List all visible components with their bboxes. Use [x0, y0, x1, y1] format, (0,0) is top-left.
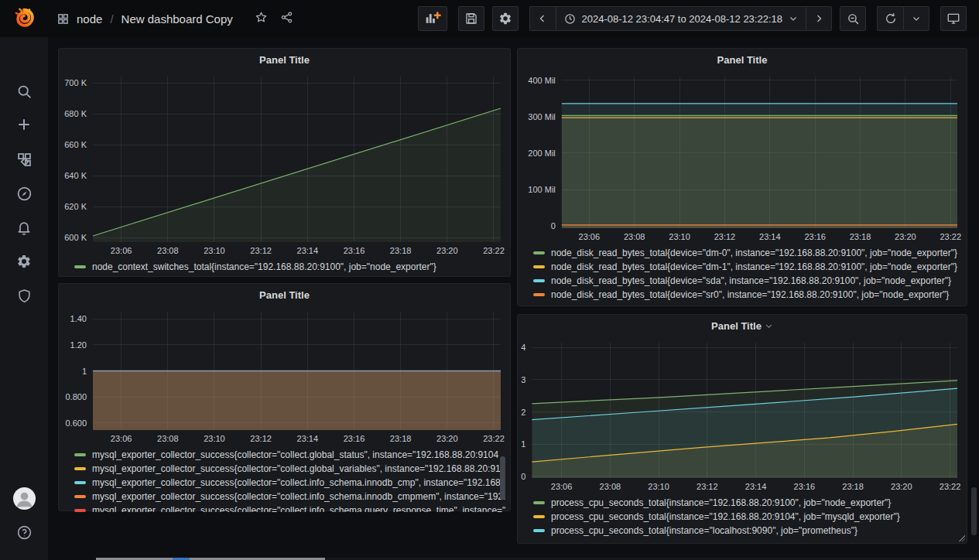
svg-text:23:14: 23:14: [759, 232, 781, 241]
panel: Panel Title 23:0623:0823:1023:1223:1423:…: [517, 48, 967, 306]
chart-legend: node_context_switches_total{instance="19…: [59, 258, 510, 278]
legend-series-label: process_cpu_seconds_total{instance="192.…: [551, 497, 891, 508]
sidebar: [0, 0, 48, 560]
legend-item[interactable]: process_cpu_seconds_total{instance="192.…: [533, 496, 962, 510]
legend-item[interactable]: node_disk_read_bytes_total{device="dm-0"…: [533, 246, 962, 260]
panel-header[interactable]: Panel Title: [59, 49, 510, 70]
legend-series-marker: [533, 279, 545, 282]
panel-resize-handle[interactable]: [959, 535, 965, 541]
svg-text:0: 0: [521, 472, 525, 481]
svg-text:400 Mil: 400 Mil: [528, 76, 555, 85]
svg-text:1: 1: [521, 439, 525, 449]
svg-text:23:16: 23:16: [344, 246, 365, 255]
legend-series-marker: [74, 453, 86, 456]
share-icon[interactable]: [280, 11, 293, 27]
timeseries-chart[interactable]: 23:0623:0823:1023:1223:1423:1623:1823:20…: [518, 70, 967, 244]
svg-text:23:08: 23:08: [157, 246, 179, 255]
breadcrumb-section[interactable]: node: [77, 12, 102, 26]
refresh-interval-caret-button[interactable]: [903, 6, 929, 31]
svg-text:23:10: 23:10: [204, 246, 225, 255]
svg-text:23:06: 23:06: [111, 434, 132, 443]
time-picker-group: 2024-08-12 23:04:47 to 2024-08-12 23:22:…: [529, 6, 833, 31]
time-shift-forward-button[interactable]: [806, 6, 832, 31]
legend-item[interactable]: process_cpu_seconds_total{instance="loca…: [533, 524, 962, 538]
svg-text:1: 1: [82, 367, 87, 376]
svg-text:23:12: 23:12: [250, 434, 272, 443]
legend-item[interactable]: node_disk_read_bytes_total{device="sda",…: [533, 274, 962, 288]
svg-text:2: 2: [521, 408, 525, 417]
help-question-icon[interactable]: [0, 518, 48, 546]
svg-text:23:18: 23:18: [390, 434, 412, 443]
server-admin-shield-icon[interactable]: [0, 282, 48, 309]
legend-series-label: mysql_exporter_collector_success{collect…: [92, 449, 498, 460]
svg-text:680 K: 680 K: [64, 109, 87, 118]
svg-text:23:22: 23:22: [483, 434, 505, 443]
legend-item[interactable]: mysql_exporter_collector_success{collect…: [74, 462, 505, 476]
kiosk-monitor-button[interactable]: [940, 6, 967, 31]
legend-item[interactable]: mysql_exporter_collector_success{collect…: [74, 448, 505, 462]
svg-text:640 K: 640 K: [64, 171, 87, 180]
svg-text:23:08: 23:08: [600, 482, 621, 491]
time-range-label: 2024-08-12 23:04:47 to 2024-08-12 23:22:…: [582, 13, 783, 25]
legend-item[interactable]: process_cpu_seconds_total{instance="192.…: [533, 510, 962, 524]
svg-text:23:08: 23:08: [624, 232, 645, 241]
chart-legend: process_cpu_seconds_total{instance="192.…: [518, 493, 967, 545]
legend-item[interactable]: node_disk_read_bytes_total{device="dm-1"…: [533, 260, 962, 274]
timeseries-chart[interactable]: 23:0623:0823:1023:1223:1423:1623:1823:20…: [59, 306, 510, 446]
svg-text:23:18: 23:18: [842, 482, 864, 491]
page-scrollbar[interactable]: [971, 487, 977, 535]
svg-text:23:16: 23:16: [804, 232, 826, 241]
legend-scrollbar[interactable]: [500, 456, 505, 500]
refresh-button[interactable]: [877, 6, 903, 31]
legend-item[interactable]: node_context_switches_total{instance="19…: [74, 260, 505, 274]
panel-header[interactable]: Panel Title: [59, 284, 510, 306]
svg-text:23:08: 23:08: [157, 434, 179, 443]
user-avatar[interactable]: [0, 484, 48, 512]
legend-series-marker: [533, 515, 545, 518]
svg-text:4: 4: [521, 343, 525, 352]
dashboards-icon[interactable]: [0, 145, 48, 173]
legend-series-marker: [74, 265, 86, 268]
dashboard-title[interactable]: New dashboard Copy: [122, 12, 233, 26]
panel-header[interactable]: Panel Title: [518, 49, 967, 70]
timeseries-chart[interactable]: 23:0623:0823:1023:1223:1423:1623:1823:20…: [518, 336, 967, 493]
grafana-logo[interactable]: [0, 0, 48, 37]
legend-series-label: mysql_exporter_collector_success{collect…: [92, 505, 505, 512]
legend-item[interactable]: node_disk_read_bytes_total{device="sr0",…: [533, 288, 962, 302]
svg-text:23:14: 23:14: [297, 246, 319, 255]
breadcrumb-separator: /: [110, 12, 113, 26]
create-plus-icon[interactable]: [0, 111, 48, 138]
alerting-bell-icon[interactable]: [0, 213, 48, 241]
legend-series-marker: [533, 529, 545, 532]
zoom-out-time-button[interactable]: [840, 6, 866, 31]
svg-text:0: 0: [551, 221, 556, 230]
svg-text:23:10: 23:10: [669, 232, 690, 241]
search-icon[interactable]: [0, 77, 48, 105]
star-icon[interactable]: [255, 11, 268, 27]
legend-item[interactable]: mysql_exporter_collector_success{collect…: [74, 490, 505, 504]
legend-series-label: mysql_exporter_collector_success{collect…: [92, 477, 501, 488]
svg-text:23:06: 23:06: [551, 482, 573, 491]
legend-item[interactable]: mysql_exporter_collector_success{collect…: [74, 476, 505, 490]
svg-text:1.40: 1.40: [70, 314, 87, 323]
navbar-actions: 2024-08-12 23:04:47 to 2024-08-12 23:22:…: [418, 6, 967, 31]
save-dashboard-button[interactable]: [458, 6, 484, 31]
configuration-gear-icon[interactable]: [0, 248, 48, 275]
svg-text:23:12: 23:12: [250, 246, 272, 255]
svg-text:23:06: 23:06: [579, 232, 601, 241]
panel-header[interactable]: Panel Title: [518, 315, 967, 336]
grafana-app: node / New dashboard Copy: [0, 0, 979, 560]
dashboard-settings-button[interactable]: [492, 6, 519, 31]
timeseries-chart[interactable]: 23:0623:0823:1023:1223:1423:1623:1823:20…: [59, 70, 510, 258]
legend-series-marker: [74, 495, 86, 498]
refresh-group: [877, 6, 929, 31]
svg-text:200 Mil: 200 Mil: [528, 149, 555, 158]
explore-compass-icon[interactable]: [0, 179, 48, 207]
legend-item[interactable]: mysql_exporter_collector_success{collect…: [74, 504, 505, 512]
add-panel-button[interactable]: [418, 6, 447, 31]
svg-text:0.800: 0.800: [65, 392, 87, 401]
panel-title: Panel Title: [259, 289, 310, 301]
panel: Panel Title 23:0623:0823:1023:1223:1423:…: [517, 314, 967, 544]
time-shift-back-button[interactable]: [529, 6, 556, 31]
time-range-button[interactable]: 2024-08-12 23:04:47 to 2024-08-12 23:22:…: [556, 6, 806, 31]
